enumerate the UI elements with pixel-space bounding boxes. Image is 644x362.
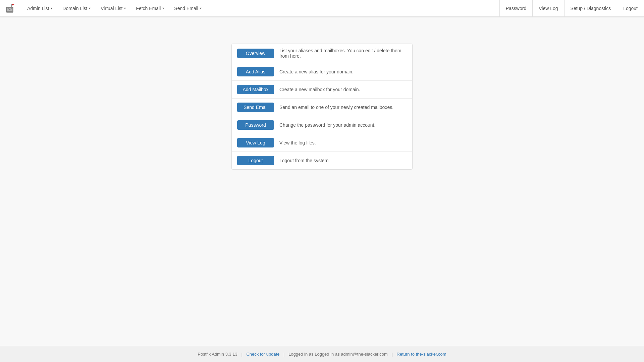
overview-row: LogoutLogout from the system <box>232 152 412 169</box>
overview-row: Add AliasCreate a new alias for your dom… <box>232 63 412 81</box>
svg-marker-5 <box>12 4 14 6</box>
nav-label: Admin List <box>27 6 49 11</box>
overview-btn-add-alias[interactable]: Add Alias <box>237 67 274 76</box>
main-nav: Admin List▾Domain List▾Virtual List▾Fetc… <box>22 0 499 16</box>
nav-label: Domain List <box>62 6 87 11</box>
return-link[interactable]: Return to the-slacker.com <box>397 352 446 357</box>
brand-logo[interactable] <box>0 0 22 16</box>
overview-description: List your aliases and mailboxes. You can… <box>279 48 407 59</box>
caret-icon: ▾ <box>162 6 164 10</box>
sep3: | <box>392 352 393 357</box>
overview-btn-send-email[interactable]: Send Email <box>237 103 274 112</box>
footer: Postfix Admin 3.3.13 | Check for update … <box>0 346 644 362</box>
overview-description: Send an email to one of your newly creat… <box>279 105 393 110</box>
overview-btn-password[interactable]: Password <box>237 120 274 130</box>
nav-right: PasswordView LogSetup / DiagnosticsLogou… <box>499 0 644 16</box>
overview-description: Create a new mailbox for your domain. <box>279 87 360 92</box>
caret-icon: ▾ <box>51 6 52 10</box>
nav-item-fetch-email[interactable]: Fetch Email▾ <box>131 0 169 16</box>
nav-item-virtual-list[interactable]: Virtual List▾ <box>96 0 131 16</box>
password-btn[interactable]: Password <box>500 0 533 16</box>
logo-icon <box>5 2 17 14</box>
overview-row: OverviewList your aliases and mailboxes.… <box>232 44 412 63</box>
sep1: | <box>241 352 242 357</box>
overview-row: PasswordChange the password for your adm… <box>232 116 412 134</box>
setup-btn[interactable]: Setup / Diagnostics <box>565 0 618 16</box>
view-log-btn[interactable]: View Log <box>533 0 564 16</box>
caret-icon: ▾ <box>124 6 126 10</box>
overview-table: OverviewList your aliases and mailboxes.… <box>231 44 413 170</box>
overview-btn-overview[interactable]: Overview <box>237 49 274 58</box>
overview-btn-view-log[interactable]: View Log <box>237 138 274 147</box>
caret-icon: ▾ <box>89 6 91 10</box>
version-text: Postfix Admin 3.3.13 <box>198 352 237 357</box>
overview-description: View the log files. <box>279 140 316 145</box>
logged-in-text: Logged in as Logged in as admin@the-slac… <box>288 352 388 357</box>
overview-description: Change the password for your admin accou… <box>279 122 375 128</box>
nav-label: Virtual List <box>101 6 122 11</box>
caret-icon: ▾ <box>200 6 202 10</box>
nav-item-domain-list[interactable]: Domain List▾ <box>57 0 96 16</box>
sep2: | <box>283 352 284 357</box>
main-content: OverviewList your aliases and mailboxes.… <box>0 17 644 346</box>
overview-btn-logout[interactable]: Logout <box>237 156 274 165</box>
nav-item-send-email[interactable]: Send Email▾ <box>169 0 207 16</box>
overview-row: Add MailboxCreate a new mailbox for your… <box>232 81 412 99</box>
nav-label: Send Email <box>174 6 198 11</box>
overview-row: View LogView the log files. <box>232 134 412 152</box>
nav-label: Fetch Email <box>136 6 161 11</box>
logout-btn[interactable]: Logout <box>617 0 644 16</box>
check-update-link[interactable]: Check for update <box>246 352 279 357</box>
overview-row: Send EmailSend an email to one of your n… <box>232 99 412 116</box>
navbar: Admin List▾Domain List▾Virtual List▾Fetc… <box>0 0 644 17</box>
overview-description: Create a new alias for your domain. <box>279 69 354 74</box>
overview-description: Logout from the system <box>279 158 328 163</box>
overview-btn-add-mailbox[interactable]: Add Mailbox <box>237 85 274 94</box>
nav-item-admin-list[interactable]: Admin List▾ <box>22 0 57 16</box>
